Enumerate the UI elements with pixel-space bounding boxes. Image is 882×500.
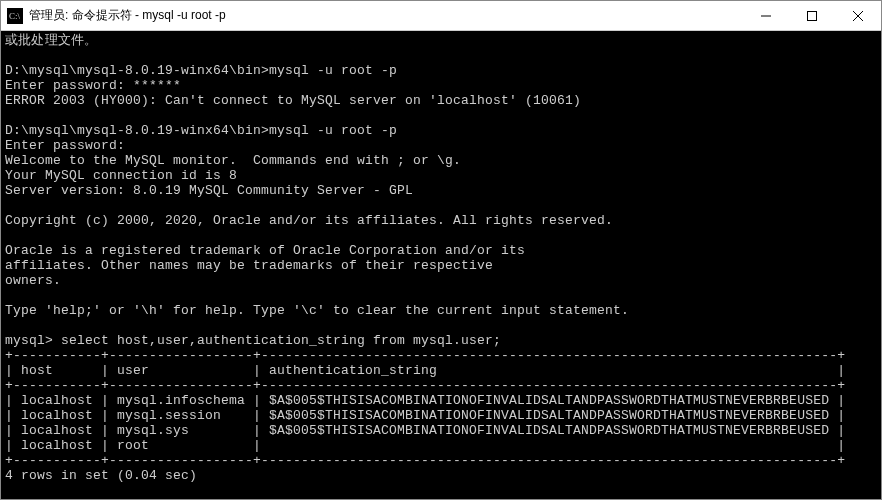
output-line: Copyright (c) 2000, 2020, Oracle and/or … bbox=[5, 213, 613, 228]
svg-rect-3 bbox=[808, 11, 817, 20]
table-border: +-----------+------------------+--------… bbox=[5, 378, 845, 393]
window-controls bbox=[743, 1, 881, 30]
output-line: Welcome to the MySQL monitor. Commands e… bbox=[5, 153, 461, 168]
output-line: Enter password: bbox=[5, 138, 125, 153]
table-row: | localhost | mysql.infoschema | $A$005$… bbox=[5, 393, 845, 408]
output-line: Oracle is a registered trademark of Orac… bbox=[5, 243, 525, 258]
output-line: D:\mysql\mysql-8.0.19-winx64\bin>mysql -… bbox=[5, 63, 397, 78]
close-button[interactable] bbox=[835, 1, 881, 30]
table-header-row: | host | user | authentication_string | bbox=[5, 363, 845, 378]
svg-text:C:\: C:\ bbox=[9, 11, 21, 21]
output-line: owners. bbox=[5, 273, 61, 288]
output-line: 或批处理文件。 bbox=[5, 33, 97, 48]
table-row: | localhost | mysql.session | $A$005$THI… bbox=[5, 408, 845, 423]
result-summary: 4 rows in set (0.04 sec) bbox=[5, 468, 197, 483]
minimize-button[interactable] bbox=[743, 1, 789, 30]
output-line: Type 'help;' or '\h' for help. Type '\c'… bbox=[5, 303, 629, 318]
maximize-button[interactable] bbox=[789, 1, 835, 30]
output-line: Enter password: ****** bbox=[5, 78, 181, 93]
output-line: D:\mysql\mysql-8.0.19-winx64\bin>mysql -… bbox=[5, 123, 397, 138]
output-line: Your MySQL connection id is 8 bbox=[5, 168, 237, 183]
output-line: affiliates. Other names may be trademark… bbox=[5, 258, 493, 273]
cmd-icon: C:\ bbox=[7, 8, 23, 24]
mysql-query-line: mysql> select host,user,authentication_s… bbox=[5, 333, 501, 348]
terminal-output[interactable]: 或批处理文件。 D:\mysql\mysql-8.0.19-winx64\bin… bbox=[1, 31, 881, 500]
output-line: ERROR 2003 (HY000): Can't connect to MyS… bbox=[5, 93, 581, 108]
table-border: +-----------+------------------+--------… bbox=[5, 348, 845, 363]
table-border: +-----------+------------------+--------… bbox=[5, 453, 845, 468]
window-titlebar: C:\ 管理员: 命令提示符 - mysql -u root -p bbox=[1, 1, 881, 31]
table-row: | localhost | root | | bbox=[5, 438, 845, 453]
output-line: Server version: 8.0.19 MySQL Community S… bbox=[5, 183, 413, 198]
window-title: 管理员: 命令提示符 - mysql -u root -p bbox=[29, 7, 743, 24]
table-row: | localhost | mysql.sys | $A$005$THISISA… bbox=[5, 423, 845, 438]
